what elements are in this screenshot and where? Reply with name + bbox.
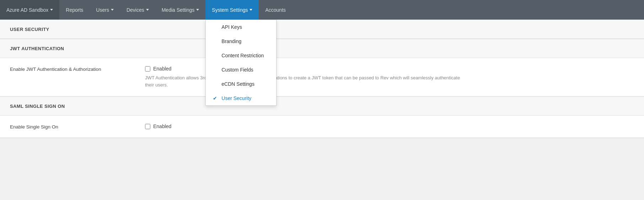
nav-azure-ad[interactable]: Azure AD Sandbox	[0, 0, 59, 20]
jwt-title: JWT AUTHENTICATION	[10, 46, 64, 51]
nav-accounts-label: Accounts	[265, 7, 286, 13]
sso-checkbox-row: Enabled	[145, 123, 171, 129]
dropdown-custom-fields-label: Custom Fields	[221, 67, 253, 73]
dropdown-branding-label: Branding	[221, 38, 241, 44]
jwt-checkbox-label: Enabled	[153, 66, 171, 72]
sso-enable-row: Enable Single Sign On Enabled	[0, 116, 644, 138]
nav-users-caret	[111, 9, 114, 11]
nav-reports[interactable]: Reports	[59, 0, 90, 20]
dropdown-user-security-label: User Security	[221, 95, 251, 101]
nav-users-label: Users	[96, 7, 109, 13]
jwt-header: JWT AUTHENTICATION	[0, 39, 644, 58]
sso-enable-control: Enabled	[145, 123, 171, 129]
system-settings-dropdown: API Keys Branding Content Restriction Cu…	[205, 20, 277, 106]
navbar: Azure AD Sandbox Reports Users Devices M…	[0, 0, 644, 20]
dropdown-custom-fields[interactable]: Custom Fields	[206, 63, 276, 77]
user-security-header: USER SECURITY	[0, 20, 644, 39]
dropdown-content-restriction-label: Content Restriction	[221, 53, 264, 58]
sso-enable-checkbox[interactable]	[145, 124, 150, 129]
nav-reports-label: Reports	[66, 7, 83, 13]
dropdown-ecdn-settings[interactable]: eCDN Settings	[206, 77, 276, 91]
user-security-section: USER SECURITY	[0, 20, 644, 39]
dropdown-branding[interactable]: Branding	[206, 34, 276, 48]
jwt-body: Enable JWT Authentication & Authorizatio…	[0, 58, 644, 96]
nav-media-settings-caret	[196, 9, 199, 11]
nav-media-settings[interactable]: Media Settings	[155, 0, 206, 20]
jwt-enable-checkbox[interactable]	[145, 66, 150, 72]
checkmark-icon: ✔	[213, 95, 219, 101]
nav-system-settings-label: System Settings	[212, 7, 248, 13]
sso-enable-label: Enable Single Sign On	[10, 123, 145, 130]
nav-system-settings-caret	[249, 9, 252, 11]
dropdown-ecdn-settings-label: eCDN Settings	[221, 81, 254, 87]
dropdown-api-keys[interactable]: API Keys	[206, 20, 276, 34]
nav-media-settings-label: Media Settings	[162, 7, 195, 13]
jwt-enable-label: Enable JWT Authentication & Authorizatio…	[10, 66, 145, 72]
nav-azure-ad-caret	[50, 9, 53, 11]
saml-body: Enable Single Sign On Enabled	[0, 116, 644, 138]
nav-system-settings[interactable]: System Settings API Keys Branding Conten…	[205, 0, 259, 20]
nav-azure-ad-label: Azure AD Sandbox	[6, 7, 48, 13]
dropdown-content-restriction[interactable]: Content Restriction	[206, 48, 276, 63]
jwt-enable-row: Enable JWT Authentication & Authorizatio…	[0, 58, 644, 96]
nav-accounts[interactable]: Accounts	[259, 0, 292, 20]
sso-checkbox-label: Enabled	[153, 123, 171, 129]
user-security-title: USER SECURITY	[10, 27, 49, 32]
nav-devices-label: Devices	[127, 7, 144, 13]
jwt-description: JWT Authentication allows 3rd party deve…	[145, 74, 465, 88]
saml-section: SAML SINGLE SIGN ON Enable Single Sign O…	[0, 97, 644, 138]
jwt-checkbox-row: Enabled	[145, 66, 465, 72]
main-content: USER SECURITY JWT AUTHENTICATION Enable …	[0, 20, 644, 138]
saml-header: SAML SINGLE SIGN ON	[0, 97, 644, 116]
jwt-section: JWT AUTHENTICATION Enable JWT Authentica…	[0, 39, 644, 97]
nav-devices[interactable]: Devices	[120, 0, 155, 20]
jwt-enable-control: Enabled JWT Authentication allows 3rd pa…	[145, 66, 465, 88]
saml-title: SAML SINGLE SIGN ON	[10, 104, 65, 109]
dropdown-user-security[interactable]: ✔ User Security	[206, 91, 276, 105]
nav-users[interactable]: Users	[90, 0, 120, 20]
nav-devices-caret	[146, 9, 149, 11]
dropdown-api-keys-label: API Keys	[221, 24, 242, 30]
